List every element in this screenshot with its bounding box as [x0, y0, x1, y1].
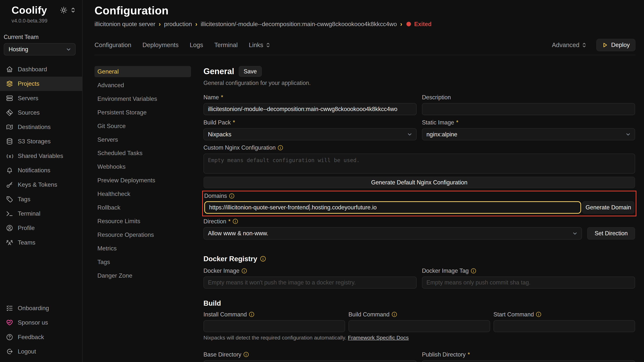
key-icon — [6, 181, 13, 188]
sidebar-item-logout[interactable]: Logout — [0, 344, 82, 359]
heart-icon — [6, 319, 13, 326]
subnav-danger-zone[interactable]: Danger Zone — [94, 270, 191, 281]
sidebar-item-projects[interactable]: Projects — [0, 77, 82, 91]
team-select[interactable]: Hosting — [4, 43, 76, 55]
advanced-menu[interactable]: Advanced — [552, 41, 586, 49]
sidebar-item-shared-variables[interactable]: (x) Shared Variables — [0, 149, 82, 163]
start-command-input[interactable] — [494, 320, 635, 332]
sidebar-item-profile[interactable]: Profile — [0, 221, 82, 235]
publish-directory-input[interactable] — [422, 360, 635, 362]
subnav-git-source[interactable]: Git Source — [94, 120, 191, 132]
sidebar-item-servers[interactable]: Servers — [0, 91, 82, 105]
domain-value-after-caret: .hosting.codeyourfuture.io — [310, 204, 377, 211]
sidebar-item-tags[interactable]: Tags — [0, 192, 82, 206]
general-form: General Save General configuration for y… — [204, 66, 635, 362]
sidebar-item-onboarding[interactable]: Onboarding — [0, 301, 82, 315]
nginx-config-textarea[interactable]: Empty means default configuration will b… — [204, 154, 635, 174]
chevrons-up-down-icon[interactable] — [70, 7, 76, 13]
users-icon — [6, 239, 13, 246]
deploy-button[interactable]: Deploy — [596, 39, 636, 51]
nixpacks-note-text: Nixpacks will detect the required config… — [204, 335, 346, 341]
required-marker: * — [233, 119, 235, 126]
sidebar-item-notifications[interactable]: Notifications — [0, 163, 82, 177]
build-command-input[interactable] — [348, 320, 490, 332]
build-pack-value: Nixpacks — [208, 131, 232, 138]
generate-nginx-button[interactable]: Generate Default Nginx Configuration — [204, 177, 635, 188]
save-button[interactable]: Save — [239, 66, 262, 77]
sidebar-item-label: Onboarding — [18, 305, 49, 312]
home-icon — [6, 66, 13, 73]
framework-docs-link[interactable]: Framework Specific Docs — [348, 335, 409, 341]
subnav-webhooks[interactable]: Webhooks — [94, 161, 191, 172]
domains-input[interactable]: https://illicitonion-quote-server-fronte… — [204, 201, 581, 214]
build-pack-select[interactable]: Nixpacks — [204, 128, 417, 140]
subnav-preview-deployments[interactable]: Preview Deployments — [94, 175, 191, 186]
required-marker: * — [468, 351, 470, 358]
play-icon — [602, 42, 608, 48]
subnav-persistent-storage[interactable]: Persistent Storage — [94, 107, 191, 118]
team-select-value: Hosting — [9, 46, 28, 52]
static-image-select[interactable]: nginx:alpine — [422, 128, 635, 140]
settings-subnav: General Advanced Environment Variables P… — [94, 66, 191, 362]
sidebar-item-feedback[interactable]: Feedback — [0, 330, 82, 344]
sidebar-item-label: Sources — [18, 109, 40, 116]
direction-label: Direction — [204, 218, 226, 225]
subnav-servers[interactable]: Servers — [94, 134, 191, 145]
breadcrumb-environment[interactable]: production — [164, 21, 192, 28]
nixpacks-note: Nixpacks will detect the required config… — [204, 335, 635, 341]
start-command-label: Start Command — [494, 311, 534, 318]
docker-image-input[interactable] — [204, 277, 417, 289]
subnav-general[interactable]: General — [94, 66, 191, 77]
subnav-healthcheck[interactable]: Healthcheck — [94, 188, 191, 200]
install-command-input[interactable] — [204, 320, 345, 332]
tab-logs[interactable]: Logs — [190, 41, 203, 49]
deploy-label: Deploy — [611, 41, 630, 48]
sidebar-item-sponsor-us[interactable]: Sponsor us — [0, 316, 82, 330]
info-icon — [244, 352, 249, 357]
generate-domain-button[interactable]: Generate Domain — [582, 201, 634, 214]
base-directory-input[interactable] — [204, 360, 417, 362]
tab-configuration[interactable]: Configuration — [94, 41, 131, 49]
user-circle-icon — [6, 224, 13, 232]
sidebar-item-sources[interactable]: Sources — [0, 105, 82, 120]
description-label: Description — [422, 94, 451, 101]
info-icon — [278, 145, 283, 150]
tab-terminal[interactable]: Terminal — [214, 41, 238, 49]
text-caret — [309, 204, 310, 211]
name-label: Name — [204, 94, 219, 101]
subnav-resource-operations[interactable]: Resource Operations — [94, 229, 191, 240]
sidebar-item-label: Servers — [18, 95, 38, 102]
name-input[interactable] — [204, 103, 417, 115]
layers-icon — [6, 80, 13, 87]
subnav-advanced[interactable]: Advanced — [94, 80, 191, 91]
sidebar-item-terminal[interactable]: Terminal — [0, 206, 82, 221]
set-direction-button[interactable]: Set Direction — [587, 227, 635, 239]
sidebar-item-teams[interactable]: Teams — [0, 235, 82, 250]
theme-sun-icon[interactable] — [60, 6, 67, 14]
direction-select[interactable]: Allow www & non-www. — [204, 227, 582, 239]
description-input[interactable] — [422, 103, 635, 115]
sidebar-item-keys-tokens[interactable]: Keys & Tokens — [0, 178, 82, 192]
subnav-metrics[interactable]: Metrics — [94, 243, 191, 254]
tab-links[interactable]: Links — [249, 41, 270, 49]
tab-deployments[interactable]: Deployments — [142, 41, 179, 49]
subnav-scheduled-tasks[interactable]: Scheduled Tasks — [94, 148, 191, 159]
info-icon — [392, 312, 397, 317]
sidebar-item-s3-storages[interactable]: S3 Storages — [0, 134, 82, 149]
sidebar-item-destinations[interactable]: Destinations — [0, 120, 82, 134]
subnav-resource-limits[interactable]: Resource Limits — [94, 216, 191, 227]
git-source-icon — [6, 109, 13, 116]
docker-registry-heading: Docker Registry — [204, 255, 257, 263]
docker-image-tag-input[interactable] — [422, 277, 635, 289]
breadcrumb-application[interactable]: illicitestonion/-module--decomposition:m… — [201, 21, 397, 28]
sidebar-item-label: Destinations — [18, 123, 51, 130]
sidebar-item-dashboard[interactable]: Dashboard — [0, 62, 82, 76]
domains-annotation-box: Domains https://illicitonion-quote-serve… — [202, 191, 636, 217]
section-heading-general: General — [204, 67, 234, 76]
subnav-tags[interactable]: Tags — [94, 257, 191, 268]
info-icon — [242, 268, 247, 274]
server-icon — [6, 94, 13, 102]
subnav-environment-variables[interactable]: Environment Variables — [94, 93, 191, 104]
subnav-rollback[interactable]: Rollback — [94, 202, 191, 213]
breadcrumb-project[interactable]: illicitonion quote server — [94, 21, 156, 28]
